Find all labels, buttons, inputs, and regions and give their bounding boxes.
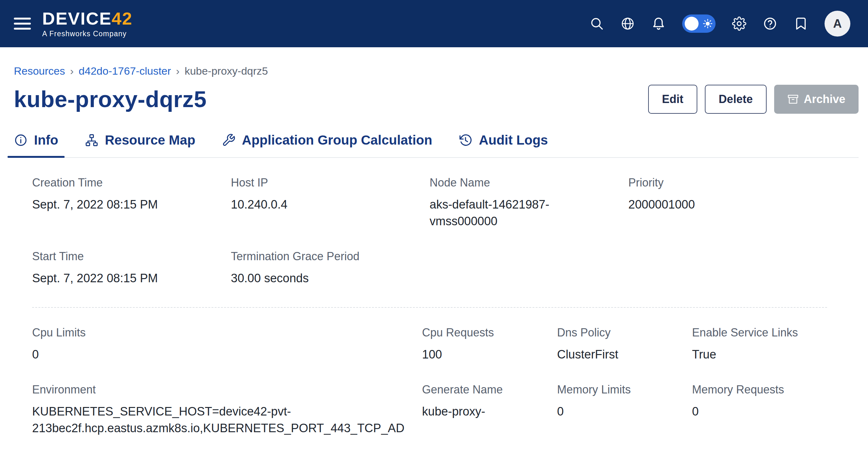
field-label: Environment xyxy=(32,383,404,396)
field-label: Start Time xyxy=(32,250,213,263)
field-memory-limits: Memory Limits 0 xyxy=(557,383,692,437)
navbar-actions: A xyxy=(590,11,850,36)
breadcrumb-current: kube-proxy-dqrz5 xyxy=(185,65,268,77)
field-value: ClusterFirst xyxy=(557,346,675,363)
field-host-ip: Host IP 10.240.0.4 xyxy=(231,176,430,230)
field-environment: Environment KUBERNETES_SERVICE_HOST=devi… xyxy=(32,383,422,437)
field-start-time: Start Time Sept. 7, 2022 08:15 PM xyxy=(32,250,231,287)
breadcrumb-resources[interactable]: Resources xyxy=(14,65,65,77)
tab-info[interactable]: Info xyxy=(7,133,65,157)
tab-label: Audit Logs xyxy=(479,133,548,148)
theme-toggle[interactable] xyxy=(682,14,716,33)
field-label: Cpu Limits xyxy=(32,326,404,339)
history-icon xyxy=(459,133,472,147)
tab-audit-logs[interactable]: Audit Logs xyxy=(452,133,554,157)
brand-subtitle: A Freshworks Company xyxy=(42,30,133,37)
brand-name: DEVICE42 xyxy=(42,10,133,27)
user-avatar[interactable]: A xyxy=(825,11,850,36)
field-cpu-requests: Cpu Requests 100 xyxy=(422,326,557,363)
field-value: 0 xyxy=(557,403,675,420)
field-value: aks-default-14621987-vmss000000 xyxy=(430,196,611,230)
field-label: Generate Name xyxy=(422,383,539,396)
breadcrumb-separator: › xyxy=(176,65,180,77)
top-navbar: DEVICE42 A Freshworks Company A xyxy=(0,0,868,47)
brand-logo[interactable]: DEVICE42 A Freshworks Company xyxy=(42,10,133,37)
toggle-knob xyxy=(685,17,699,31)
field-enable-service-links: Enable Service Links True xyxy=(692,326,827,363)
field-label: Memory Limits xyxy=(557,383,675,396)
tab-application-group-calculation[interactable]: Application Group Calculation xyxy=(215,133,438,157)
field-priority: Priority 2000001000 xyxy=(628,176,827,230)
bell-icon[interactable] xyxy=(651,17,666,31)
search-icon[interactable] xyxy=(590,17,604,31)
field-label: Dns Policy xyxy=(557,326,675,339)
edit-button[interactable]: Edit xyxy=(648,85,697,114)
tab-label: Info xyxy=(34,133,58,148)
field-value: 0 xyxy=(692,403,809,420)
tab-label: Application Group Calculation xyxy=(242,133,432,148)
field-node-name: Node Name aks-default-14621987-vmss00000… xyxy=(430,176,628,230)
help-icon[interactable] xyxy=(763,17,777,31)
field-value: 10.240.0.4 xyxy=(231,196,412,213)
breadcrumb-cluster[interactable]: d42do-1767-cluster xyxy=(79,65,171,77)
field-value: Sept. 7, 2022 08:15 PM xyxy=(32,270,213,287)
field-label: Termination Grace Period xyxy=(231,250,412,263)
menu-icon[interactable] xyxy=(14,18,31,30)
breadcrumb-separator: › xyxy=(70,65,74,77)
field-value: Sept. 7, 2022 08:15 PM xyxy=(32,196,213,213)
info-section-1: Creation Time Sept. 7, 2022 08:15 PM Hos… xyxy=(32,176,827,307)
archive-icon xyxy=(787,94,799,105)
field-generate-name: Generate Name kube-proxy- xyxy=(422,383,557,437)
field-label: Enable Service Links xyxy=(692,326,809,339)
sun-icon xyxy=(702,18,713,29)
info-icon xyxy=(14,133,28,147)
resource-map-icon xyxy=(85,133,99,147)
page-title: kube-proxy-dqrz5 xyxy=(14,86,207,112)
archive-button-label: Archive xyxy=(804,93,845,106)
tab-label: Resource Map xyxy=(105,133,195,148)
tab-bar: Info Resource Map Application Group Calc… xyxy=(14,133,859,158)
delete-button[interactable]: Delete xyxy=(705,85,767,114)
gear-icon[interactable] xyxy=(732,17,746,31)
field-termination-grace-period: Termination Grace Period 30.00 seconds xyxy=(231,250,430,287)
page-actions: Edit Delete Archive xyxy=(648,85,859,114)
field-label: Host IP xyxy=(231,176,412,189)
section-divider xyxy=(32,307,827,308)
field-cpu-limits: Cpu Limits 0 xyxy=(32,326,422,363)
globe-icon[interactable] xyxy=(620,17,635,31)
tab-resource-map[interactable]: Resource Map xyxy=(79,133,202,157)
bookmark-icon[interactable] xyxy=(794,17,808,31)
field-creation-time: Creation Time Sept. 7, 2022 08:15 PM xyxy=(32,176,231,230)
field-value: 30.00 seconds xyxy=(231,270,412,287)
archive-button[interactable]: Archive xyxy=(774,85,859,114)
title-row: kube-proxy-dqrz5 Edit Delete Archive xyxy=(14,85,859,114)
field-label: Node Name xyxy=(430,176,611,189)
field-label: Creation Time xyxy=(32,176,213,189)
field-value: 2000001000 xyxy=(628,196,809,213)
field-value: KUBERNETES_SERVICE_HOST=device42-pvt-213… xyxy=(32,403,404,437)
field-value: 100 xyxy=(422,346,539,363)
field-value: True xyxy=(692,346,809,363)
field-value: kube-proxy- xyxy=(422,403,539,420)
field-value: 0 xyxy=(32,346,404,363)
field-label: Cpu Requests xyxy=(422,326,539,339)
field-label: Memory Requests xyxy=(692,383,809,396)
field-label: Priority xyxy=(628,176,809,189)
page-header: Resources › d42do-1767-cluster › kube-pr… xyxy=(0,47,868,158)
field-memory-requests: Memory Requests 0 xyxy=(692,383,827,437)
field-dns-policy: Dns Policy ClusterFirst xyxy=(557,326,692,363)
info-section-2: Cpu Limits 0 Cpu Requests 100 Dns Policy… xyxy=(32,326,827,457)
info-panel: Creation Time Sept. 7, 2022 08:15 PM Hos… xyxy=(0,158,868,457)
tools-icon xyxy=(222,133,236,147)
breadcrumb: Resources › d42do-1767-cluster › kube-pr… xyxy=(14,65,859,77)
